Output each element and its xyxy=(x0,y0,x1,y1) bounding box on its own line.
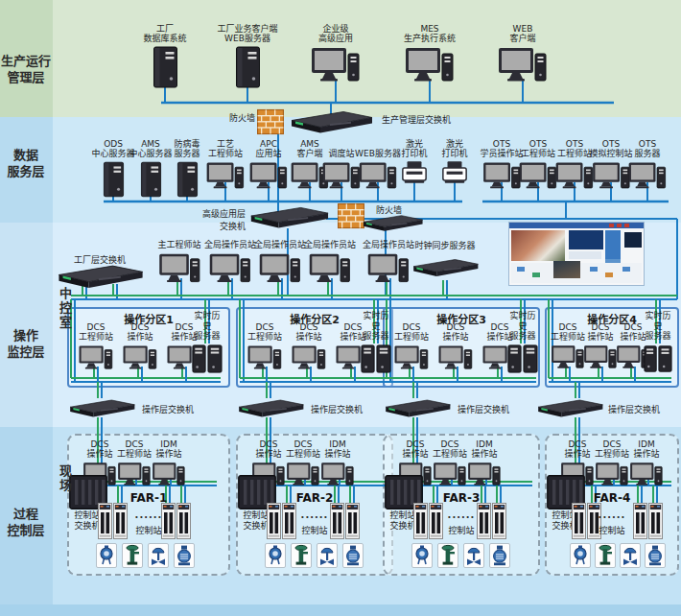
side-label-operation-monitoring-layer: 操作 监控层 xyxy=(0,328,52,361)
workstation-icon xyxy=(291,344,327,371)
field-instrument xyxy=(437,543,458,568)
dual-server-icon xyxy=(192,344,223,374)
field-instrument xyxy=(96,543,117,568)
workstation-icon xyxy=(122,344,158,371)
meter-icon xyxy=(175,544,194,567)
device-history-server: 实时历史 服务器 xyxy=(361,321,391,374)
ellipsis: ...... xyxy=(236,509,393,520)
device-label: 激光 打印机 xyxy=(441,139,467,159)
transmitter-icon xyxy=(571,544,590,567)
device-label: IDM 操作站 xyxy=(155,439,181,460)
device-label: DCS 工程师站 xyxy=(247,322,282,343)
server-tower-icon xyxy=(153,46,177,88)
workstation-icon xyxy=(78,344,114,371)
workstation-icon xyxy=(519,161,557,191)
device-dcs-engineer-station: DCS 工程师站 xyxy=(551,322,585,370)
device-label: DCS 工程师站 xyxy=(394,322,429,343)
device-dcs-engineer-station: DCS 工程师站 xyxy=(117,439,152,487)
device-ots-engineer-station-1: OTS 工程师站 xyxy=(519,138,557,191)
device-label: 全局操作员站 xyxy=(204,240,256,250)
controller-label: 控制站 xyxy=(545,524,679,536)
firewall-icon xyxy=(257,108,284,135)
field-instrument xyxy=(620,543,641,568)
transmitter-icon xyxy=(266,544,285,567)
device-ots-server: OTS 服务器 xyxy=(628,138,667,191)
device-label: 防病毒 服务器 xyxy=(174,139,200,159)
device-label: DCS 操作站 xyxy=(255,439,281,460)
device-label: MES 生产执行系统 xyxy=(404,24,456,44)
operation-switch-label: 操作层交换机 xyxy=(608,403,660,415)
device-idm-operator-station: IDM 操作站 xyxy=(629,439,664,487)
workstation-icon xyxy=(249,161,288,191)
device-label: 企业级 高级应用 xyxy=(318,24,353,44)
device-label: AMS 客户端 xyxy=(296,139,322,159)
field-instrument xyxy=(265,543,286,568)
switch-icon xyxy=(361,212,424,233)
device-dcs-operator-station: DCS 操作站 xyxy=(122,322,158,371)
field-instrument xyxy=(411,543,433,568)
workstation-icon xyxy=(467,462,502,487)
printer-icon xyxy=(401,161,428,185)
printer-icon xyxy=(441,161,468,185)
workstation-icon xyxy=(482,161,521,191)
app-layer-switch-icon xyxy=(247,204,330,229)
operation-switch-label: 操作层交换机 xyxy=(458,403,509,415)
valve-icon xyxy=(621,544,640,567)
device-label: IDM 操作站 xyxy=(633,439,659,460)
field-instrument xyxy=(122,543,143,568)
device-ots-sim-control-station: OTS 模拟控制站 xyxy=(589,138,632,191)
controller-label: 控制站 xyxy=(236,524,393,536)
workstation-icon xyxy=(367,252,410,285)
field-instrument xyxy=(463,543,484,568)
far-title: FAR-3 xyxy=(383,491,540,505)
device-label: AMS 中心服务器 xyxy=(129,139,172,159)
device-idm-operator-station: IDM 操作站 xyxy=(152,439,186,487)
field-instrument xyxy=(148,543,169,568)
device-process-engineer-station: 工艺 工程师站 xyxy=(206,138,245,191)
device-laser-printer-1: 激光 打印机 xyxy=(401,138,428,185)
controller-label: 控制站 xyxy=(67,524,230,536)
dual-server-icon xyxy=(507,344,538,374)
device-enterprise-app: 企业级 高级应用 xyxy=(311,23,361,84)
device-label: IDM 操作站 xyxy=(471,439,497,460)
device-label: DCS 工程师站 xyxy=(286,439,320,460)
firewall-label: 防火墙 xyxy=(213,111,255,124)
workstation-icon xyxy=(209,252,251,285)
far-title: FAR-1 xyxy=(67,491,230,505)
field-instrument xyxy=(317,543,338,568)
production-switch-icon xyxy=(288,108,374,134)
device-apc-station: APC 应用站 xyxy=(249,138,288,191)
device-label: 实时历史 服务器 xyxy=(644,311,672,342)
workstation-icon xyxy=(498,46,548,84)
workstation-icon xyxy=(117,462,152,487)
device-label: OTS 工程师站 xyxy=(557,139,592,159)
ellipsis: ...... xyxy=(545,509,679,520)
sensor-icon xyxy=(123,544,142,567)
device-web-server: WEB服务器 xyxy=(355,138,401,191)
device-label: APC 应用站 xyxy=(255,139,281,159)
valve-icon xyxy=(149,544,168,567)
workstation-icon xyxy=(311,46,361,84)
workstation-icon xyxy=(629,462,664,487)
device-dcs-engineer-station: DCS 工程师站 xyxy=(286,439,320,487)
device-label: 全局操作员站 xyxy=(304,240,356,250)
workstation-icon xyxy=(286,462,320,487)
device-label: DCS 工程师站 xyxy=(117,439,152,460)
device-label: OTS 工程师站 xyxy=(521,139,555,159)
label-control-room: 中控室 xyxy=(56,287,74,330)
workstation-icon xyxy=(583,344,618,370)
meter-icon xyxy=(490,544,509,567)
workstation-icon xyxy=(320,462,355,487)
device-label: 工艺 工程师站 xyxy=(208,139,243,159)
device-idm-operator-station: IDM 操作站 xyxy=(467,439,502,487)
workstation-icon xyxy=(437,344,474,371)
workstation-icon xyxy=(247,344,283,371)
device-label: DCS 工程师站 xyxy=(433,439,467,460)
server-tower-icon xyxy=(140,161,161,198)
device-label: WEB服务器 xyxy=(355,149,401,159)
field-instrument xyxy=(174,543,195,568)
device-ots-engineer-station-2: OTS 工程师站 xyxy=(555,138,594,191)
workstation-icon xyxy=(259,252,301,285)
workstation-icon xyxy=(551,344,585,370)
device-label: DCS 操作站 xyxy=(564,439,590,460)
